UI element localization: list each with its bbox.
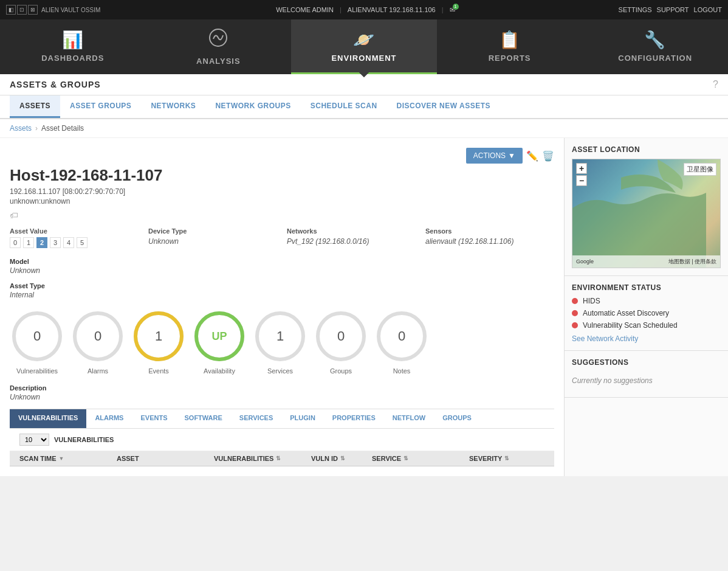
per-page-select[interactable]: 10 25 50 100 (19, 434, 49, 446)
val-5[interactable]: 5 (77, 237, 88, 248)
tab-networks[interactable]: NETWORKS (141, 95, 205, 118)
settings-link[interactable]: SETTINGS (619, 6, 652, 13)
suggestions-section: SUGGESTIONS Currently no suggestions (565, 351, 728, 398)
bottom-tabs: VULNERABILITIES ALARMS EVENTS SOFTWARE S… (10, 409, 554, 429)
nav-environment[interactable]: 🪐 ENVIRONMENT (291, 19, 437, 74)
breadcrumb-parent[interactable]: Assets (10, 124, 32, 133)
dropdown-icon: ▼ (508, 151, 515, 160)
top-bar: ◧ ⊡ ⊠ ALIEN VAULT OSSIM WELCOME ADMIN | … (0, 0, 728, 19)
bottom-tab-plugin[interactable]: PLUGIN (281, 409, 324, 428)
bottom-tab-vulnerabilities[interactable]: VULNERABILITIES (10, 409, 86, 428)
bottom-tab-netflow[interactable]: NETFLOW (384, 409, 434, 428)
tab-network-groups[interactable]: NETWORK GROUPS (205, 95, 300, 118)
th-vuln-id[interactable]: VULN ID ⇅ (311, 455, 372, 462)
actions-button[interactable]: ACTIONS ▼ (466, 148, 523, 164)
nav-reports-label: REPORTS (489, 54, 531, 63)
nav-analysis[interactable]: ANALYSIS (146, 19, 292, 74)
env-status-section: ENVIRONMENT STATUS HIDS Automatic Asset … (565, 276, 728, 351)
map-zoom-in[interactable]: + (576, 163, 587, 174)
suggestions-title: SUGGESTIONS (572, 358, 721, 367)
networks-value: Pvt_192 (192.168.0.0/16) (287, 237, 416, 246)
asset-value-meta: Asset Value 0 1 2 3 4 5 (10, 227, 139, 248)
th-severity[interactable]: SEVERITY ⇅ (469, 455, 542, 462)
mail-badge: 1 (453, 4, 459, 10)
asset-value-row: 0 1 2 3 4 5 (10, 237, 139, 248)
left-panel: ACTIONS ▼ ✏️ 🗑️ Host-192-168-11-107 192.… (0, 138, 564, 476)
breadcrumb: Assets › Asset Details (0, 119, 728, 138)
map-zoom-out[interactable]: − (576, 175, 587, 186)
circle-events: 1 (131, 309, 186, 364)
metric-notes[interactable]: 0 Notes (374, 309, 429, 375)
nav-analysis-label: ANALYSIS (196, 57, 241, 66)
th-service[interactable]: SERVICE ⇅ (372, 455, 469, 462)
logo-box-3: ⊠ (28, 5, 38, 15)
th-scan-time[interactable]: SCAN TIME ▼ (19, 455, 117, 462)
description-value: Unknown (10, 393, 554, 401)
nav-dashboards[interactable]: 📊 DASHBOARDS (0, 19, 146, 74)
bottom-tab-properties[interactable]: PROPERTIES (324, 409, 384, 428)
metric-availability[interactable]: UP Availability (192, 309, 247, 375)
vulnerabilities-value: 0 (33, 328, 41, 344)
bottom-tab-services[interactable]: SERVICES (231, 409, 281, 428)
availability-label: Availability (204, 367, 235, 375)
tab-discover-new-assets[interactable]: DISCOVER NEW ASSETS (387, 95, 500, 118)
bottom-tab-software[interactable]: SOFTWARE (176, 409, 230, 428)
th-vulnerabilities[interactable]: VULNERABILITIES ⇅ (214, 455, 311, 462)
asset-value-label: Asset Value (10, 227, 139, 235)
val-1[interactable]: 1 (23, 237, 34, 248)
circle-vulnerabilities: 0 (10, 309, 64, 364)
see-network-activity-link[interactable]: See Network Activity (572, 334, 721, 343)
bottom-tab-events[interactable]: EVENTS (132, 409, 176, 428)
metric-alarms[interactable]: 0 Alarms (70, 309, 125, 375)
sort-severity-icon: ⇅ (504, 455, 509, 462)
sort-scan-time-icon: ▼ (59, 455, 64, 462)
reports-icon: 📋 (499, 30, 521, 50)
help-icon[interactable]: ? (713, 79, 718, 90)
val-4[interactable]: 4 (63, 237, 74, 248)
asset-type-value: Internal (10, 291, 554, 299)
delete-icon[interactable]: 🗑️ (542, 150, 554, 162)
support-link[interactable]: SUPPORT (657, 6, 689, 13)
tab-assets[interactable]: ASSETS (10, 95, 60, 118)
tag-icon: 🏷 (10, 210, 554, 220)
circle-services: 1 (253, 309, 307, 364)
status-auto-asset-discovery: Automatic Asset Discovery (572, 309, 721, 317)
welcome-text: WELCOME ADMIN (276, 6, 334, 13)
main-tabs: ASSETS ASSET GROUPS NETWORKS NETWORK GRO… (0, 95, 728, 119)
metric-events[interactable]: 1 Events (131, 309, 186, 375)
model-section: Model Unknown (10, 258, 554, 275)
val-3[interactable]: 3 (50, 237, 61, 248)
logout-link[interactable]: LOGOUT (694, 6, 722, 13)
val-2[interactable]: 2 (36, 237, 47, 248)
nav-configuration[interactable]: 🔧 CONFIGURATION (582, 19, 728, 74)
map-type-dropdown[interactable]: 卫星图像 (684, 163, 716, 176)
tab-asset-groups[interactable]: ASSET GROUPS (60, 95, 141, 118)
val-0[interactable]: 0 (10, 237, 21, 248)
vuln-label: VULNERABILITIES (54, 436, 114, 443)
map-footer: 地图数据 | 使用条款 (668, 258, 716, 266)
sort-vuln-icon: ⇅ (276, 455, 281, 462)
sensors-value: alienvault (192.168.11.106) (425, 237, 554, 246)
edit-icon[interactable]: ✏️ (526, 150, 538, 162)
tab-schedule-scan[interactable]: SCHEDULE SCAN (301, 95, 387, 118)
sort-service-icon: ⇅ (403, 455, 408, 462)
th-asset[interactable]: ASSET (117, 455, 214, 462)
bottom-tab-groups[interactable]: GROUPS (434, 409, 480, 428)
metric-services[interactable]: 1 Services (253, 309, 307, 375)
hids-label: HIDS (583, 297, 600, 305)
metric-groups[interactable]: 0 Groups (314, 309, 368, 375)
mail-icon[interactable]: ✉ 1 (450, 6, 455, 14)
device-type-value: Unknown (148, 237, 277, 246)
bottom-tab-alarms[interactable]: ALARMS (86, 409, 132, 428)
asset-label: unknown:unknown (10, 197, 554, 206)
asset-type-label: Asset Type (10, 282, 554, 289)
metrics-row: 0 Vulnerabilities 0 Alarms (10, 309, 554, 375)
nav-environment-label: ENVIRONMENT (331, 54, 396, 63)
auto-discovery-label: Automatic Asset Discovery (583, 309, 669, 317)
nav-reports[interactable]: 📋 REPORTS (437, 19, 583, 74)
hids-dot (572, 298, 578, 304)
logo: ◧ ⊡ ⊠ ALIEN VAULT OSSIM (6, 5, 100, 15)
description-section: Description Unknown (10, 384, 554, 401)
metric-vulnerabilities[interactable]: 0 Vulnerabilities (10, 309, 64, 375)
vuln-scan-dot (572, 322, 578, 328)
